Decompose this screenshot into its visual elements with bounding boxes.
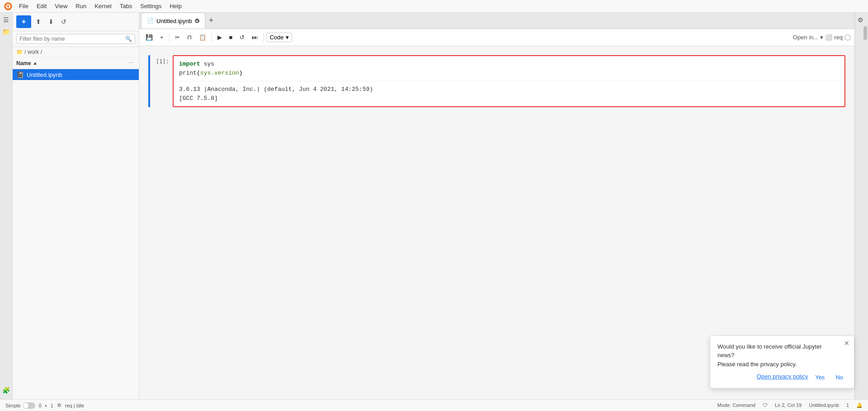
cell-copy-button[interactable]: ⊓	[803, 58, 809, 66]
folder-icon-small: 📁	[16, 49, 23, 55]
breadcrumb: 📁 / work /	[13, 47, 139, 57]
menu-kernel[interactable]: Kernel	[91, 2, 115, 10]
list-item[interactable]: 📓 Untitled.ipynb	[13, 69, 139, 80]
tab-bar: 📄 Untitled.ipynb ● +	[139, 13, 854, 29]
run-button[interactable]: ▶	[215, 33, 225, 42]
fast-forward-button[interactable]: ⏭	[249, 33, 260, 42]
menu-help[interactable]: Help	[166, 2, 185, 10]
output-line-2: [GCC 7.5.0]	[179, 95, 218, 102]
add-cell-button[interactable]: +	[157, 33, 166, 42]
menu-edit[interactable]: Edit	[33, 2, 50, 10]
req-idle-label: req | Idle	[65, 403, 85, 408]
upload-button[interactable]: ⬆	[33, 16, 44, 27]
kernel-status-icon: ⬜	[825, 34, 832, 41]
file-list-header: Name ▲ ⋯	[13, 57, 139, 69]
square-icon: ▪	[45, 403, 47, 408]
toolbar-right-section: Open in... ▾ ⬜ req	[793, 34, 851, 41]
bell-icon: 🔔	[856, 402, 863, 408]
download-button[interactable]: ⬇	[46, 16, 57, 27]
new-launcher-button[interactable]: +	[16, 15, 31, 28]
sys-version: sys.version	[200, 70, 239, 76]
menu-view[interactable]: View	[51, 2, 71, 10]
puzzle-icon[interactable]: 🧩	[1, 385, 12, 396]
menu-bar: File Edit View Run Kernel Tabs Settings …	[0, 0, 868, 13]
gear-icon: ⚙	[57, 402, 61, 408]
status-right: Mode: Command 🛡 Ln 2, Col 19 Untitled.ip…	[717, 402, 863, 408]
toggle-knob	[23, 403, 28, 408]
badge-count-0: 0	[39, 403, 42, 408]
hamburger-icon[interactable]: ☰	[1, 14, 12, 25]
privacy-policy-link[interactable]: Open privacy policy	[757, 373, 808, 382]
sort-arrow-icon: ▲	[33, 61, 38, 66]
file-name-label: Untitled.ipynb	[27, 71, 135, 78]
menu-file[interactable]: File	[15, 2, 32, 10]
module-sys: sys	[204, 61, 214, 67]
tab-close-button[interactable]: ●	[195, 19, 199, 23]
shield-icon: 🛡	[763, 402, 768, 408]
restart-button[interactable]: ↺	[237, 33, 247, 42]
filename-label: Untitled.ipynb	[809, 402, 839, 408]
plus-icon: +	[22, 18, 26, 26]
cell-download-button[interactable]: ⬇	[821, 58, 827, 66]
menu-run[interactable]: Run	[72, 2, 90, 10]
notification-actions: Open privacy policy Yes No	[717, 373, 847, 382]
add-tab-button[interactable]: +	[205, 16, 217, 25]
position-label: Ln 2, Col 19	[775, 402, 802, 408]
open-in-label: Open in...	[793, 34, 818, 41]
copy-button[interactable]: ⊓	[184, 33, 194, 42]
menu-tabs[interactable]: Tabs	[116, 2, 136, 10]
search-input[interactable]	[19, 36, 125, 42]
header-action-button[interactable]: ⋯	[127, 59, 135, 67]
tab-file-icon: 📄	[147, 18, 154, 24]
keyword-import: import	[179, 61, 200, 67]
cut-button[interactable]: ✂	[172, 33, 183, 42]
toggle-track[interactable]	[23, 402, 35, 409]
sidebar-toolbar: + ⬆ ⬇ ↺	[13, 13, 139, 31]
chevron-down-icon: ▾	[286, 34, 289, 41]
notification-close-button[interactable]: ✕	[844, 340, 849, 347]
print-fn: print	[179, 70, 197, 76]
search-bar: 🔍	[13, 31, 139, 47]
cell-input[interactable]: import sys print(sys.version)	[174, 56, 844, 81]
cell-fullscreen-button[interactable]: ⤢	[828, 58, 835, 66]
notification-popup: ✕ Would you like to receive official Jup…	[710, 335, 854, 389]
settings-panel-icon[interactable]: ⚙	[855, 14, 866, 25]
save-button[interactable]: 💾	[143, 33, 156, 42]
notebook-toolbar: 💾 + ✂ ⊓ 📋 ▶ ■ ↺ ⏭ Code ▾ Open in... ▾ ⬜ …	[139, 29, 854, 46]
search-input-wrap: 🔍	[16, 34, 135, 44]
cell-move-down-button[interactable]: ↓	[816, 58, 820, 66]
notification-no-button[interactable]: No	[832, 373, 847, 382]
mode-label: Mode: Command	[717, 402, 755, 408]
status-bar: Simple 0 ▪ 1 ⚙ req | Idle Mode: Command …	[0, 399, 868, 411]
cell-move-up-button[interactable]: ↑	[810, 58, 815, 66]
tab-title: Untitled.ipynb	[156, 18, 192, 24]
icon-rail: ☰ 📁 🧩	[0, 13, 13, 399]
cell-output: 3.6.13 |Anaconda, Inc.| (default, Jun 4 …	[174, 81, 844, 106]
cell-type-select[interactable]: Code ▾	[266, 33, 292, 42]
scrollbar-thumb	[863, 26, 867, 40]
cell-body[interactable]: import sys print(sys.version) 3.6.13 |An…	[173, 55, 845, 107]
file-name-column-header[interactable]: Name ▲	[16, 60, 127, 66]
toolbar-separator-3	[263, 33, 264, 42]
folder-icon[interactable]: 📁	[1, 26, 12, 37]
refresh-button[interactable]: ↺	[58, 16, 69, 27]
req-label: req	[834, 34, 843, 41]
open-in-icon: ▾	[820, 34, 823, 41]
stop-button[interactable]: ■	[226, 33, 236, 42]
jupyter-logo	[4, 2, 13, 11]
cell-prompt: [1]:	[156, 58, 169, 65]
output-line-1: 3.6.13 |Anaconda, Inc.| (default, Jun 4 …	[179, 86, 373, 93]
svg-point-2	[7, 5, 9, 7]
search-icon: 🔍	[125, 36, 132, 42]
cell-delete-button[interactable]: 🗑	[835, 58, 843, 66]
paste-button[interactable]: 📋	[196, 33, 209, 42]
cell-1: [1]: import sys print(sys.version) 3.6.1…	[148, 55, 845, 107]
badge-count-1: 1	[51, 403, 53, 408]
simple-mode-toggle[interactable]: Simple	[5, 402, 35, 409]
simple-label: Simple	[5, 403, 21, 408]
notebook-tab[interactable]: 📄 Untitled.ipynb ●	[141, 13, 205, 28]
menu-settings[interactable]: Settings	[137, 2, 165, 10]
notification-yes-button[interactable]: Yes	[811, 373, 828, 382]
toolbar-separator-2	[212, 33, 212, 42]
count-label: 1	[846, 402, 849, 408]
